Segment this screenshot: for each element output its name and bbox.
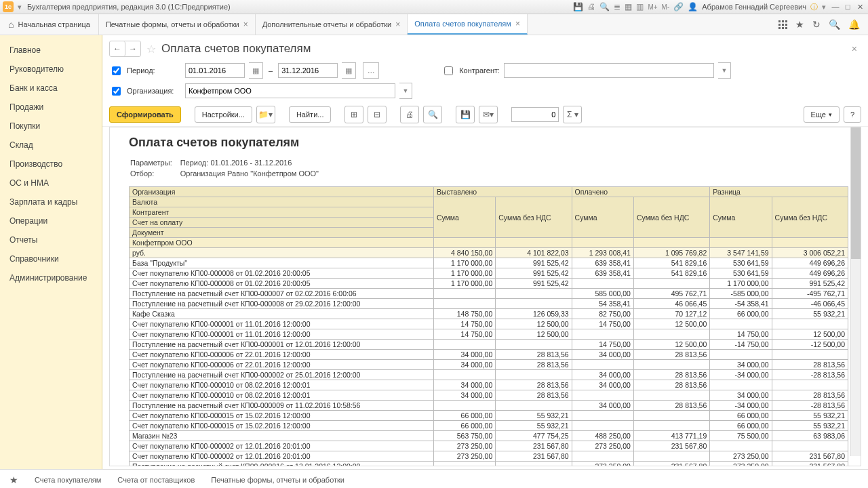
- footer-link-supplier-invoices[interactable]: Счета от поставщиков: [117, 476, 195, 484]
- notifications-icon[interactable]: 🔔: [848, 19, 860, 30]
- table-row[interactable]: Поступление на расчетный счет КП00-00000…: [130, 370, 848, 380]
- print-icon[interactable]: 🖨: [587, 2, 595, 12]
- sidebar-item-warehouse[interactable]: Склад: [0, 136, 102, 155]
- calendar-icon[interactable]: ▦: [249, 62, 263, 79]
- save-icon[interactable]: 💾: [573, 2, 583, 12]
- report-table[interactable]: Организация Выставлено Оплачено Разница …: [129, 186, 848, 466]
- table-row[interactable]: Счет покупателю КП00-000006 от 22.01.201…: [130, 350, 848, 360]
- counterparty-checkbox[interactable]: [444, 66, 453, 75]
- dropdown-icon[interactable]: ▼: [718, 62, 731, 79]
- save-icon[interactable]: 💾: [456, 106, 475, 123]
- favorite-star-icon[interactable]: ☆: [146, 43, 156, 56]
- expand-icon[interactable]: ⊞: [344, 106, 363, 123]
- info-icon[interactable]: ⓘ: [810, 2, 818, 12]
- history-icon[interactable]: ↻: [812, 19, 821, 30]
- vertical-scrollbar[interactable]: [850, 127, 861, 456]
- sidebar-item-production[interactable]: Производство: [0, 155, 102, 174]
- tab-invoice-payment[interactable]: Оплата счетов покупателям ×: [408, 14, 528, 35]
- period-more-button[interactable]: …: [363, 62, 379, 79]
- table-row[interactable]: Поступление на расчетный счет КП00-00000…: [130, 340, 848, 350]
- table-row[interactable]: Поступление на расчетный счет КП00-00000…: [130, 289, 848, 299]
- print-icon[interactable]: 🖨: [400, 106, 419, 123]
- collapse-icon[interactable]: ⊟: [368, 106, 387, 123]
- page-header: ← → ☆ Оплата счетов покупателям ×: [102, 35, 868, 62]
- sidebar-item-manager[interactable]: Руководителю: [0, 60, 102, 79]
- sigma-icon[interactable]: Σ ▾: [563, 106, 582, 123]
- table-row[interactable]: Конфетпром ООО: [130, 238, 848, 248]
- table-row[interactable]: Поступление на расчетный счет КП00-00001…: [130, 462, 848, 467]
- maximize-button[interactable]: □: [842, 3, 853, 12]
- footer-link-customer-invoices[interactable]: Счета покупателям: [35, 476, 101, 484]
- sidebar-item-operations[interactable]: Операции: [0, 211, 102, 230]
- table-row[interactable]: Счет покупателю КП00-000008 от 01.02.201…: [130, 279, 848, 289]
- search-icon[interactable]: 🔍: [829, 19, 840, 30]
- table-row[interactable]: Счет покупателю КП00-000010 от 08.02.201…: [130, 380, 848, 390]
- minimize-button[interactable]: —: [830, 3, 841, 12]
- m-minus-icon[interactable]: M-: [662, 3, 670, 11]
- table-row[interactable]: Счет покупателю КП00-000001 от 11.01.201…: [130, 319, 848, 329]
- table-row[interactable]: Кафе Сказка148 750,00126 059,3382 750,00…: [130, 309, 848, 319]
- table-row[interactable]: Счет покупателю КП00-000002 от 12.01.201…: [130, 451, 848, 462]
- organization-checkbox[interactable]: [112, 87, 121, 96]
- back-button[interactable]: ←: [110, 41, 125, 56]
- table-row[interactable]: руб.4 840 150,004 101 822,031 293 008,41…: [130, 248, 848, 258]
- sidebar-item-sales[interactable]: Продажи: [0, 98, 102, 117]
- date-to-input[interactable]: [278, 63, 338, 78]
- tab-home[interactable]: ⌂ Начальная страница: [0, 14, 99, 35]
- generate-button[interactable]: Сформировать: [109, 106, 181, 123]
- period-checkbox[interactable]: [112, 66, 121, 75]
- m-plus-icon[interactable]: M+: [648, 3, 657, 11]
- calendar-icon[interactable]: ▦: [342, 62, 356, 79]
- close-icon[interactable]: ×: [515, 19, 520, 28]
- dropdown-icon[interactable]: ▼: [399, 83, 412, 99]
- favorites-icon[interactable]: ★: [795, 19, 804, 30]
- date-from-input[interactable]: [185, 63, 245, 78]
- organization-input[interactable]: [185, 83, 395, 98]
- close-icon[interactable]: ×: [395, 20, 400, 29]
- more-button[interactable]: Еще ▾: [804, 106, 840, 123]
- sidebar-item-admin[interactable]: Администрирование: [0, 268, 102, 287]
- email-icon[interactable]: ✉▾: [479, 106, 498, 123]
- table-row[interactable]: Счет покупателю КП00-000015 от 15.02.201…: [130, 421, 848, 431]
- table-row[interactable]: Магазин №23563 750,00477 754,25488 250,0…: [130, 431, 848, 441]
- table-row[interactable]: Счет покупателю КП00-000015 от 15.02.201…: [130, 411, 848, 421]
- apps-icon[interactable]: [778, 20, 787, 29]
- preview-icon[interactable]: 🔍: [599, 2, 610, 12]
- table-row[interactable]: Счет покупателю КП00-000001 от 11.01.201…: [130, 329, 848, 340]
- close-button[interactable]: ✕: [854, 3, 865, 12]
- table-row[interactable]: Счет покупателю КП00-000008 от 01.02.201…: [130, 268, 848, 279]
- info-dropdown-icon[interactable]: ▾: [822, 3, 826, 12]
- link-icon[interactable]: 🔗: [673, 2, 684, 12]
- tab-additional-reports[interactable]: Дополнительные отчеты и обработки ×: [256, 14, 408, 35]
- sidebar-item-main[interactable]: Главное: [0, 41, 102, 60]
- star-icon[interactable]: ★: [9, 474, 18, 485]
- table-row[interactable]: Счет покупателю КП00-000010 от 08.02.201…: [130, 390, 848, 401]
- calendar-icon[interactable]: ▦: [625, 2, 632, 12]
- calc-icon[interactable]: ▥: [636, 2, 644, 12]
- settings-dropdown-icon[interactable]: 📁▾: [256, 106, 275, 123]
- app-menu-dropdown-icon[interactable]: ▾: [16, 3, 23, 10]
- preview-icon[interactable]: 🔍: [423, 106, 442, 123]
- tab-print-forms[interactable]: Печатные формы, отчеты и обработки ×: [99, 14, 256, 35]
- table-row[interactable]: Поступление на расчетный счет КП00-00000…: [130, 299, 848, 309]
- sidebar-item-purchases[interactable]: Покупки: [0, 117, 102, 136]
- sidebar-item-bank[interactable]: Банк и касса: [0, 79, 102, 98]
- counterparty-input[interactable]: [504, 63, 714, 78]
- sidebar-item-salary[interactable]: Зарплата и кадры: [0, 192, 102, 211]
- sidebar-item-assets[interactable]: ОС и НМА: [0, 174, 102, 192]
- table-row[interactable]: База "Продукты"1 170 000,00991 525,42639…: [130, 258, 848, 268]
- sum-field[interactable]: [511, 107, 559, 122]
- table-row[interactable]: Счет покупателю КП00-000002 от 12.01.201…: [130, 441, 848, 451]
- close-icon[interactable]: ×: [243, 20, 248, 29]
- sidebar-item-dictionaries[interactable]: Справочники: [0, 249, 102, 268]
- table-row[interactable]: Поступление на расчетный счет КП00-00000…: [130, 401, 848, 411]
- settings-button[interactable]: Настройки...: [195, 106, 252, 123]
- compare-icon[interactable]: ≣: [614, 2, 620, 12]
- footer-link-print-forms[interactable]: Печатные формы, отчеты и обработки: [211, 476, 344, 484]
- page-close-button[interactable]: ×: [852, 43, 861, 54]
- find-button[interactable]: Найти...: [289, 106, 332, 123]
- forward-button[interactable]: →: [125, 41, 140, 56]
- sidebar-item-reports[interactable]: Отчеты: [0, 230, 102, 249]
- table-row[interactable]: Счет покупателю КП00-000006 от 22.01.201…: [130, 360, 848, 370]
- help-button[interactable]: ?: [844, 106, 861, 123]
